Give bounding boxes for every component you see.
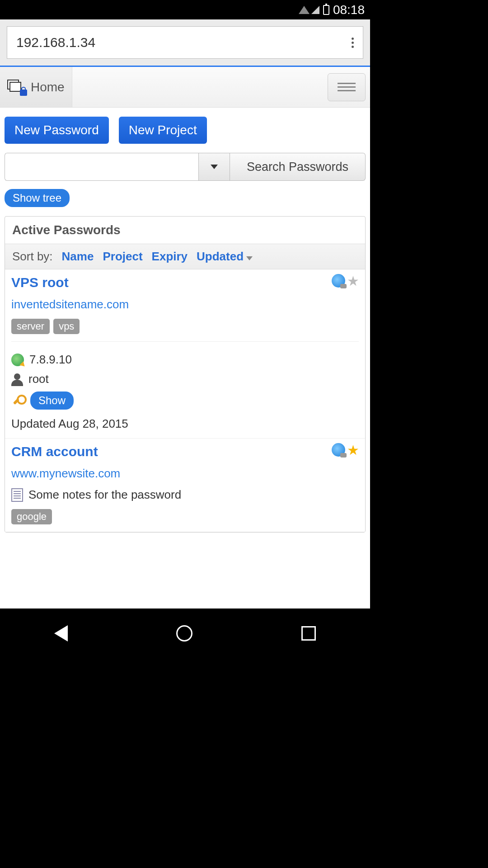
entry-note: Some notes for the password xyxy=(28,488,181,502)
tag[interactable]: server xyxy=(11,319,50,334)
show-password-button[interactable]: Show xyxy=(30,392,74,410)
browser-url-bar-area: 192.168.1.34 xyxy=(0,19,370,66)
search-input[interactable] xyxy=(5,153,198,181)
entry-title[interactable]: CRM account xyxy=(11,444,98,459)
search-passwords-button[interactable]: Search Passwords xyxy=(230,153,366,181)
app-logo-icon xyxy=(7,80,26,95)
tag[interactable]: vps xyxy=(53,319,80,334)
back-button[interactable] xyxy=(54,625,68,642)
status-time: 08:18 xyxy=(333,3,365,17)
home-tab[interactable]: Home xyxy=(0,67,72,107)
url-text[interactable]: 192.168.1.34 xyxy=(16,35,352,50)
recent-apps-button[interactable] xyxy=(301,626,316,641)
panel-title: Active Passwords xyxy=(5,217,365,244)
entry-title[interactable]: VPS root xyxy=(11,275,69,290)
cell-signal-icon xyxy=(311,6,319,14)
tag[interactable]: google xyxy=(11,509,52,524)
android-status-bar: 08:18 xyxy=(0,0,370,19)
battery-charging-icon xyxy=(323,5,329,15)
star-icon[interactable]: ★ xyxy=(346,274,360,288)
entry-updated: Updated Aug 28, 2015 xyxy=(11,417,359,431)
url-link-icon[interactable] xyxy=(332,443,345,457)
entry-url[interactable]: www.mynewsite.com xyxy=(11,467,359,481)
home-label: Home xyxy=(31,80,65,94)
app-nav-bar: Home xyxy=(0,67,370,108)
wifi-icon xyxy=(299,6,310,14)
password-entry: ★ CRM account www.mynewsite.com Some not… xyxy=(5,439,365,532)
sort-project[interactable]: Project xyxy=(103,250,142,264)
new-password-button[interactable]: New Password xyxy=(5,117,109,144)
globe-icon xyxy=(11,354,24,366)
show-tree-button[interactable]: Show tree xyxy=(5,189,70,207)
key-icon xyxy=(11,394,25,407)
browser-menu-icon[interactable] xyxy=(352,38,354,48)
url-bar[interactable]: 192.168.1.34 xyxy=(7,26,363,59)
sort-name[interactable]: Name xyxy=(62,250,94,264)
entry-ip: 7.8.9.10 xyxy=(29,353,72,367)
sort-updated[interactable]: Updated xyxy=(197,250,253,264)
search-dropdown-toggle[interactable] xyxy=(198,153,230,181)
sort-by-label: Sort by: xyxy=(12,250,53,264)
star-icon[interactable]: ★ xyxy=(346,443,360,457)
user-icon xyxy=(11,373,23,385)
new-project-button[interactable]: New Project xyxy=(119,117,207,144)
page-content: New Password New Project Search Password… xyxy=(0,108,370,609)
sort-row: Sort by: Name Project Expiry Updated xyxy=(5,244,365,269)
android-nav-bar xyxy=(0,609,370,658)
home-button[interactable] xyxy=(176,625,192,642)
entry-user: root xyxy=(28,372,49,386)
note-icon xyxy=(11,488,23,502)
url-link-icon[interactable] xyxy=(332,274,345,288)
hamburger-menu-button[interactable] xyxy=(328,73,366,101)
entry-url[interactable]: inventedsitename.com xyxy=(11,297,359,311)
password-entry: ★ VPS root inventedsitename.com server v… xyxy=(5,269,365,439)
active-passwords-panel: Active Passwords Sort by: Name Project E… xyxy=(5,216,366,533)
sort-expiry[interactable]: Expiry xyxy=(152,250,188,264)
